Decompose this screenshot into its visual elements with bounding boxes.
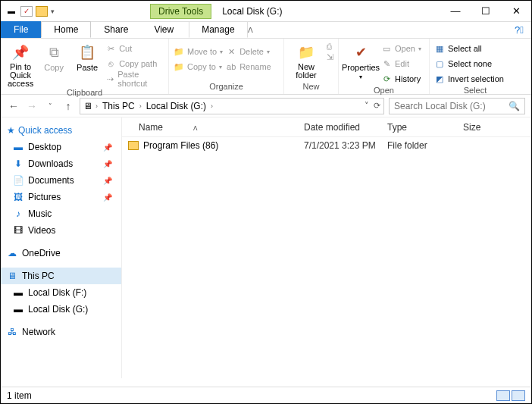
nav-documents[interactable]: 📄Documents📌 xyxy=(1,172,121,189)
rename-button[interactable]: abRename xyxy=(226,60,271,74)
selectall-icon: ▦ xyxy=(434,44,445,54)
music-icon: ♪ xyxy=(13,208,23,219)
nav-thispc[interactable]: 🖥This PC xyxy=(1,268,121,284)
delete-button[interactable]: ✕Delete▾ xyxy=(226,45,271,58)
chevron-icon[interactable]: › xyxy=(139,102,142,110)
nav-onedrive[interactable]: ☁OneDrive xyxy=(1,245,121,262)
new-folder-button[interactable]: 📁 New folder xyxy=(289,42,324,80)
file-name: Program Files (86) xyxy=(143,140,218,151)
quick-access-header[interactable]: ★Quick access xyxy=(1,122,121,139)
documents-icon: 📄 xyxy=(13,175,23,186)
file-row[interactable]: Program Files (86) 7/1/2021 3:23 PM File… xyxy=(122,137,531,154)
easy-access-icon[interactable]: ⇲ xyxy=(327,52,333,62)
group-label-open: Open xyxy=(343,86,424,96)
tab-share[interactable]: Share xyxy=(91,21,141,38)
copypath-icon: ⎋ xyxy=(105,59,116,68)
breadcrumb-location[interactable]: Local Disk (G:) xyxy=(145,101,208,111)
maximize-button[interactable]: ☐ xyxy=(471,2,501,21)
navigation-pane[interactable]: ★Quick access ▬Desktop📌 ⬇Downloads📌 📄Doc… xyxy=(1,117,122,378)
sort-indicator-icon: ᐱ xyxy=(193,125,197,132)
onedrive-icon: ☁ xyxy=(7,248,17,258)
thispc-icon: 🖥 xyxy=(7,271,17,281)
minimize-button[interactable]: — xyxy=(440,2,471,21)
nav-local-disk-f[interactable]: ▬Local Disk (F:) xyxy=(1,284,121,301)
history-icon: ⟳ xyxy=(381,74,392,84)
paste-button[interactable]: 📋 Paste xyxy=(72,42,102,72)
tab-view[interactable]: View xyxy=(141,21,186,38)
view-details-icon[interactable] xyxy=(496,390,510,401)
tab-manage[interactable]: Manage xyxy=(189,21,247,38)
nav-up-button[interactable]: ↑ xyxy=(61,100,75,112)
qat-newfolder-icon[interactable] xyxy=(36,6,48,17)
nav-downloads[interactable]: ⬇Downloads📌 xyxy=(1,155,121,172)
nav-desktop[interactable]: ▬Desktop📌 xyxy=(1,139,121,155)
copy-button[interactable]: ⧉ Copy xyxy=(39,42,69,72)
file-list[interactable]: Nameᐱ Date modified Type Size Program Fi… xyxy=(122,117,531,378)
group-label-select: Select xyxy=(434,86,516,96)
paste-shortcut-button[interactable]: ⇢Paste shortcut xyxy=(105,72,164,86)
disk-icon: ▬ xyxy=(13,304,23,315)
group-label-organize: Organize xyxy=(174,82,279,92)
paste-icon: 📋 xyxy=(77,43,98,61)
group-label-new: New xyxy=(289,82,333,92)
cut-button[interactable]: ✂Cut xyxy=(105,42,164,55)
close-button[interactable]: ✕ xyxy=(501,2,531,21)
open-button[interactable]: ▭Open▾ xyxy=(381,42,421,55)
help-icon[interactable]: ?⃝ xyxy=(515,24,524,36)
col-header-date[interactable]: Date modified xyxy=(304,122,387,133)
breadcrumb-thispc[interactable]: This PC xyxy=(101,101,136,111)
tab-file[interactable]: File xyxy=(1,21,41,38)
nav-videos[interactable]: 🎞Videos xyxy=(1,222,121,239)
newfolder-icon: 📁 xyxy=(296,43,317,61)
nav-local-disk-g[interactable]: ▬Local Disk (G:) xyxy=(1,301,121,318)
nav-pictures[interactable]: 🖼Pictures📌 xyxy=(1,189,121,205)
copyto-icon: 📁 xyxy=(174,62,184,72)
nav-back-button[interactable]: ← xyxy=(7,100,20,112)
desktop-icon: ▬ xyxy=(13,142,23,152)
copy-icon: ⧉ xyxy=(43,43,64,61)
pin-icon: 📌 xyxy=(103,143,112,152)
qat-properties-icon[interactable]: ✓ xyxy=(20,6,33,17)
select-none-button[interactable]: ▢Select none xyxy=(434,57,504,70)
col-header-type[interactable]: Type xyxy=(387,122,463,133)
nav-network[interactable]: 🖧Network xyxy=(1,324,121,340)
copy-to-button[interactable]: 📁Copy to▾ xyxy=(174,60,223,74)
nav-recent-dropdown[interactable]: ˅ xyxy=(43,102,57,110)
col-header-size[interactable]: Size xyxy=(463,122,531,133)
ribbon-collapse-icon[interactable]: ᐱ xyxy=(248,26,253,34)
nav-forward-button[interactable]: → xyxy=(25,100,39,112)
pin-icon: 📌 xyxy=(103,193,112,202)
history-button[interactable]: ⟳History xyxy=(381,72,421,86)
copy-path-button[interactable]: ⎋Copy path xyxy=(105,57,164,70)
nav-music[interactable]: ♪Music xyxy=(1,205,121,222)
cut-icon: ✂ xyxy=(105,44,116,54)
move-to-button[interactable]: 📁Move to▾ xyxy=(174,45,223,58)
delete-icon: ✕ xyxy=(226,47,236,57)
select-all-button[interactable]: ▦Select all xyxy=(434,42,504,55)
chevron-icon[interactable]: › xyxy=(211,102,213,110)
pin-icon: 📌 xyxy=(103,160,112,168)
properties-button[interactable]: ✔ Properties ▾ xyxy=(343,42,378,80)
address-dropdown-icon[interactable]: ˅ xyxy=(365,101,369,111)
selectnone-icon: ▢ xyxy=(434,59,445,69)
properties-icon: ✔ xyxy=(350,43,371,61)
rename-icon: ab xyxy=(226,62,236,71)
col-header-name[interactable]: Nameᐱ xyxy=(122,122,304,133)
qat-dropdown-icon[interactable]: ▾ xyxy=(51,8,55,15)
window-title: Local Disk (G:) xyxy=(222,6,282,17)
new-item-icon[interactable]: ⎙ xyxy=(327,42,333,51)
pin-quick-access-button[interactable]: 📌 Pin to Quick access xyxy=(5,42,36,88)
view-large-icon[interactable] xyxy=(512,390,525,401)
refresh-icon[interactable]: ⟳ xyxy=(374,101,380,111)
tab-home[interactable]: Home xyxy=(41,21,91,38)
invert-selection-button[interactable]: ◩Invert selection xyxy=(434,72,504,86)
address-bar[interactable]: 🖥 › This PC › Local Disk (G:) › ˅ ⟳ xyxy=(80,98,384,114)
edit-button[interactable]: ✎Edit xyxy=(381,57,421,70)
search-icon: 🔍 xyxy=(509,101,520,111)
disk-icon: ▬ xyxy=(13,287,23,298)
file-date: 7/1/2021 3:23 PM xyxy=(304,140,387,151)
videos-icon: 🎞 xyxy=(13,225,23,236)
status-item-count: 1 item xyxy=(7,390,32,401)
chevron-icon[interactable]: › xyxy=(95,102,98,110)
search-input[interactable]: Search Local Disk (G:) 🔍 xyxy=(389,98,525,114)
